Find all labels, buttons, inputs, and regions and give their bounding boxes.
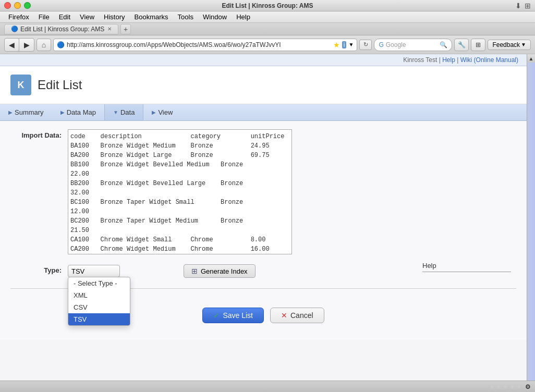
status-star-3: ★ <box>503 383 508 390</box>
help-link[interactable]: Help <box>442 56 455 64</box>
star-icon[interactable]: ★ <box>333 41 340 49</box>
tabs-icon[interactable]: ⊞ <box>525 2 531 10</box>
feedback-button[interactable]: Feedback ▼ <box>488 40 531 50</box>
menu-view[interactable]: View <box>76 12 99 22</box>
dropdown-item-select-type[interactable]: - Select Type - <box>68 277 130 289</box>
page-title: Edit List <box>38 78 82 92</box>
cancel-label: Cancel <box>290 311 313 320</box>
title-bar: Edit List | Kinross Group: AMS ⬇ ⊞ <box>0 0 535 11</box>
dropdown-arrow-icon[interactable]: ▼ <box>348 42 354 47</box>
tab-data-map[interactable]: ▶ Data Map <box>52 104 104 120</box>
home-icon: ⌂ <box>42 41 46 49</box>
search-bar[interactable]: G Google 🔍 <box>374 39 452 51</box>
address-bar[interactable]: 🔵 http://ams.kinrossgroup.com/Apps/WebOb… <box>53 39 357 51</box>
data-map-tab-label: Data Map <box>67 108 96 116</box>
generate-index-label: Generate Index <box>201 267 248 275</box>
dropdown-item-tsv[interactable]: TSV <box>68 313 130 325</box>
page-content: Kinross Test | Help | Wiki (Online Manua… <box>0 54 527 392</box>
type-row: Type: - Select Type - XML CSV TSV <box>10 264 516 278</box>
type-select[interactable]: - Select Type - XML CSV TSV <box>68 265 120 277</box>
tab-close-button[interactable]: ✕ <box>107 26 112 32</box>
menu-bookmarks[interactable]: Bookmarks <box>130 12 173 22</box>
tab-label: Edit List | Kinross Group: AMS <box>20 26 104 33</box>
downloads-icon[interactable]: ⬇ <box>515 2 521 10</box>
type-field: - Select Type - XML CSV TSV - Select Typ… <box>68 264 516 278</box>
view-tab-label: View <box>158 108 173 116</box>
toolbar-icon-2[interactable]: ⊞ <box>471 39 485 51</box>
address-text: http://ams.kinrossgroup.com/Apps/WebObje… <box>67 41 333 48</box>
nav-tabs: ▶ Summary ▶ Data Map ▼ Data ▶ View <box>0 104 527 121</box>
check-icon: ✓ <box>213 311 220 320</box>
search-placeholder: Google <box>386 41 440 48</box>
menu-firefox[interactable]: Firefox <box>4 12 33 22</box>
import-data-label: Import Data: <box>10 129 68 139</box>
data-arrow-icon: ▼ <box>113 109 118 115</box>
tab-data[interactable]: ▼ Data <box>104 104 143 120</box>
generate-index-button[interactable]: ⊞ Generate Index <box>184 264 256 278</box>
close-button[interactable] <box>4 2 11 9</box>
back-button[interactable]: ◀ <box>5 39 19 51</box>
menu-file[interactable]: File <box>34 12 54 22</box>
data-tab-label: Data <box>120 108 135 116</box>
toolbar-icon-1[interactable]: 🔧 <box>454 39 469 51</box>
import-data-textarea[interactable]: code description category unitPrice BA10… <box>68 129 292 254</box>
x-icon: ✕ <box>281 311 287 320</box>
menu-help[interactable]: Help <box>232 12 254 22</box>
new-tab-button[interactable]: + <box>120 24 131 34</box>
type-controls: - Select Type - XML CSV TSV - Select Typ… <box>68 264 516 278</box>
type-dropdown-menu[interactable]: - Select Type - XML CSV TSV <box>68 277 130 326</box>
import-data-row: Import Data: code description category u… <box>10 129 516 256</box>
menu-edit[interactable]: Edit <box>55 12 75 22</box>
menu-tools[interactable]: Tools <box>174 12 198 22</box>
save-label: Save List <box>223 311 253 320</box>
status-bar: ★ ★ ★ ★ ★ ⚙ <box>0 381 535 392</box>
tab-favicon: 🔵 <box>11 26 18 32</box>
summary-tab-label: Summary <box>15 108 44 116</box>
status-star-5: ★ <box>516 383 522 390</box>
generate-icon: ⊞ <box>191 267 198 275</box>
forward-button[interactable]: ▶ <box>19 39 34 51</box>
browser-tab[interactable]: 🔵 Edit List | Kinross Group: AMS ✕ <box>4 24 118 34</box>
feedback-label: Feedback <box>492 41 520 48</box>
scrollbar[interactable]: ▲ ▼ <box>527 54 535 392</box>
nav-buttons: ◀ ▶ <box>4 38 34 52</box>
window-title: Edit List | Kinross Group: AMS <box>222 2 313 9</box>
type-select-wrapper: - Select Type - XML CSV TSV <box>68 265 120 277</box>
address-icons: ★ i ▼ <box>333 41 354 49</box>
menu-window[interactable]: Window <box>199 12 231 22</box>
search-icon[interactable]: 🔍 <box>440 41 447 48</box>
status-star-1: ★ <box>489 383 495 390</box>
window-controls[interactable] <box>4 2 31 9</box>
view-arrow-icon: ▶ <box>152 109 156 115</box>
google-icon: G <box>379 41 383 48</box>
scroll-up-button[interactable]: ▲ <box>527 54 536 63</box>
data-map-arrow-icon: ▶ <box>60 109 65 115</box>
home-button[interactable]: ⌂ <box>37 39 51 51</box>
save-button[interactable]: ✓ Save List <box>202 308 264 323</box>
wiki-link[interactable]: Wiki (Online Manual) <box>460 56 518 64</box>
tab-summary[interactable]: ▶ Summary <box>0 104 52 120</box>
logo-text: K <box>18 80 25 91</box>
user-bar: Kinross Test | Help | Wiki (Online Manua… <box>0 54 527 66</box>
import-data-field: code description category unitPrice BA10… <box>68 129 516 256</box>
refresh-button[interactable]: ↻ <box>359 40 372 50</box>
type-label: Type: <box>10 264 68 274</box>
page-header: K Edit List <box>0 66 527 104</box>
tab-view[interactable]: ▶ View <box>143 104 181 120</box>
dropdown-item-xml[interactable]: XML <box>68 289 130 301</box>
main-area: Kinross Test | Help | Wiki (Online Manua… <box>0 54 535 392</box>
menu-history[interactable]: History <box>100 12 129 22</box>
form-container: Import Data: code description category u… <box>0 121 527 340</box>
scroll-track[interactable] <box>527 63 535 384</box>
title-bar-actions: ⬇ ⊞ <box>515 2 531 10</box>
feedback-dropdown-icon: ▼ <box>521 42 526 47</box>
forward-icon: ▶ <box>24 41 30 49</box>
toolbar-icons: 🔧 ⊞ <box>454 39 485 51</box>
tab-bar: 🔵 Edit List | Kinross Group: AMS ✕ + <box>0 23 535 35</box>
minimize-button[interactable] <box>14 2 21 9</box>
maximize-button[interactable] <box>24 2 31 9</box>
dropdown-item-csv[interactable]: CSV <box>68 301 130 313</box>
status-settings-icon[interactable]: ⚙ <box>525 383 531 390</box>
info-icon[interactable]: i <box>342 41 347 48</box>
cancel-button[interactable]: ✕ Cancel <box>270 308 324 323</box>
